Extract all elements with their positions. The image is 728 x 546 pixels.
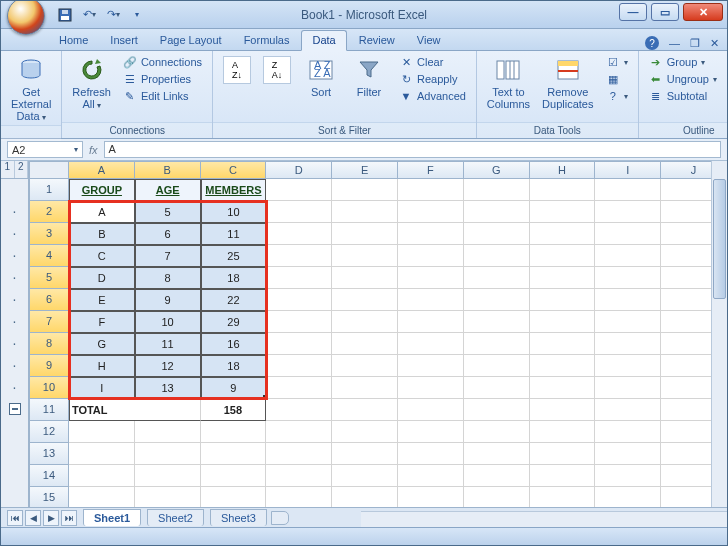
cell[interactable]	[398, 289, 464, 311]
cell[interactable]	[595, 223, 661, 245]
cell[interactable]	[266, 355, 332, 377]
column-header-D[interactable]: D	[266, 161, 332, 179]
cell[interactable]	[530, 377, 596, 399]
cell[interactable]	[530, 487, 596, 509]
cell[interactable]	[464, 333, 530, 355]
row-header[interactable]: 4	[29, 245, 69, 267]
cell[interactable]	[332, 289, 398, 311]
get-external-data-button[interactable]: Get External Data ▾	[7, 54, 55, 125]
cell[interactable]	[530, 223, 596, 245]
row-header[interactable]: 2	[29, 201, 69, 223]
name-box[interactable]: A2▾	[7, 141, 83, 158]
cell[interactable]	[398, 421, 464, 443]
cell[interactable]	[332, 487, 398, 509]
minimize-ribbon-icon[interactable]: —	[669, 37, 680, 49]
cell[interactable]: 22	[201, 289, 267, 311]
cell[interactable]: 18	[201, 355, 267, 377]
edit-links-button[interactable]: ✎Edit Links	[119, 88, 206, 104]
tab-view[interactable]: View	[407, 31, 451, 50]
cell[interactable]	[464, 179, 530, 201]
cell[interactable]	[135, 443, 201, 465]
cell[interactable]	[464, 201, 530, 223]
cell[interactable]	[595, 465, 661, 487]
cell[interactable]	[595, 289, 661, 311]
cell[interactable]	[266, 487, 332, 509]
sort-za-button[interactable]: ZA↓	[259, 54, 295, 86]
cell[interactable]	[332, 245, 398, 267]
column-header-H[interactable]: H	[530, 161, 596, 179]
cell[interactable]: 5	[135, 201, 201, 223]
close-workbook-icon[interactable]: ✕	[710, 37, 719, 50]
sheet-nav-last[interactable]: ⏭	[61, 510, 77, 526]
cell[interactable]	[332, 333, 398, 355]
office-button[interactable]	[7, 0, 45, 35]
cell[interactable]	[464, 443, 530, 465]
row-header[interactable]: 5	[29, 267, 69, 289]
cell[interactable]: 25	[201, 245, 267, 267]
cell[interactable]	[464, 399, 530, 421]
connections-button[interactable]: 🔗Connections	[119, 54, 206, 70]
cell[interactable]	[595, 443, 661, 465]
cell[interactable]	[464, 223, 530, 245]
sheet-nav-next[interactable]: ▶	[43, 510, 59, 526]
sort-button[interactable]: A ZZ A Sort	[299, 54, 343, 100]
cell[interactable]	[266, 245, 332, 267]
column-header-F[interactable]: F	[398, 161, 464, 179]
group-button[interactable]: ➔Group ▾	[645, 54, 721, 70]
maximize-button[interactable]: ▭	[651, 3, 679, 21]
cell[interactable]	[595, 267, 661, 289]
cell[interactable]	[266, 179, 332, 201]
properties-button[interactable]: ☰Properties	[119, 71, 206, 87]
cell[interactable]: 9	[201, 377, 267, 399]
cell[interactable]	[464, 377, 530, 399]
cell[interactable]	[332, 267, 398, 289]
cell[interactable]	[135, 465, 201, 487]
column-header-E[interactable]: E	[332, 161, 398, 179]
outline-level-2[interactable]: 2	[15, 161, 29, 178]
cell[interactable]	[595, 487, 661, 509]
row-header[interactable]: 3	[29, 223, 69, 245]
cell[interactable]	[398, 245, 464, 267]
cell[interactable]	[398, 355, 464, 377]
worksheet-grid[interactable]: 1 2 · · · · · · · · · A B C D E F G H I …	[1, 161, 727, 519]
cell[interactable]: C	[69, 245, 135, 267]
cell[interactable]	[332, 311, 398, 333]
clear-button[interactable]: ✕Clear	[395, 54, 470, 70]
cell[interactable]	[530, 443, 596, 465]
cell[interactable]: A	[69, 201, 135, 223]
cell[interactable]: 18	[201, 267, 267, 289]
cell[interactable]	[464, 487, 530, 509]
sheet-tab-1[interactable]: Sheet1	[83, 509, 141, 526]
cell[interactable]: 29	[201, 311, 267, 333]
remove-duplicates-button[interactable]: Remove Duplicates	[538, 54, 598, 112]
cell[interactable]	[201, 465, 267, 487]
filter-button[interactable]: Filter	[347, 54, 391, 100]
close-button[interactable]: ✕	[683, 3, 723, 21]
tab-formulas[interactable]: Formulas	[234, 31, 300, 50]
cell[interactable]	[332, 201, 398, 223]
row-header[interactable]: 8	[29, 333, 69, 355]
sheet-tab-2[interactable]: Sheet2	[147, 509, 204, 526]
outline-dot[interactable]: ·	[1, 201, 28, 223]
cell[interactable]	[398, 223, 464, 245]
cell[interactable]: TOTAL MEMBERS	[69, 399, 135, 421]
cell[interactable]	[266, 267, 332, 289]
cell[interactable]: 12	[135, 355, 201, 377]
cell[interactable]	[530, 245, 596, 267]
column-header-B[interactable]: B	[135, 161, 201, 179]
column-header-G[interactable]: G	[464, 161, 530, 179]
cell[interactable]	[595, 355, 661, 377]
cell[interactable]	[398, 465, 464, 487]
cell[interactable]	[135, 421, 201, 443]
column-header-A[interactable]: A	[69, 161, 135, 179]
cell[interactable]	[69, 443, 135, 465]
cell[interactable]	[201, 443, 267, 465]
tab-review[interactable]: Review	[349, 31, 405, 50]
help-icon[interactable]: ?	[645, 36, 659, 50]
cell[interactable]	[398, 399, 464, 421]
cell[interactable]	[201, 421, 267, 443]
cell[interactable]	[398, 267, 464, 289]
ungroup-button[interactable]: ⬅Ungroup ▾	[645, 71, 721, 87]
row-header[interactable]: 14	[29, 465, 69, 487]
cell[interactable]: 7	[135, 245, 201, 267]
